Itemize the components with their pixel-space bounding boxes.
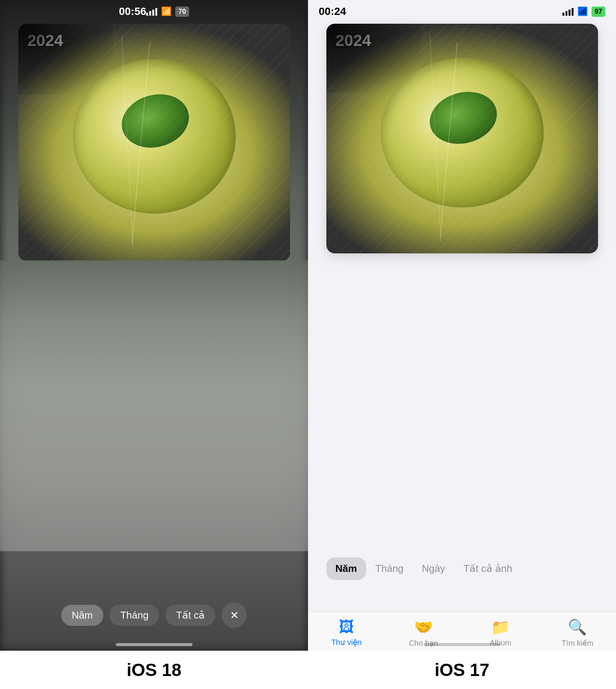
seg-ngay[interactable]: Ngày — [413, 557, 455, 580]
segment-control[interactable]: Năm Tháng Ngày Tất cả ảnh — [326, 557, 598, 580]
time-right: 00:24 — [319, 5, 346, 18]
dark-corner — [18, 24, 114, 95]
home-indicator-right — [424, 643, 500, 646]
food-image-left — [18, 24, 290, 261]
signal-icon-right — [562, 7, 574, 16]
photo-card-right[interactable]: 2024 — [326, 24, 598, 253]
tab-thu-vien[interactable]: 🖼 Thư viện — [312, 618, 381, 647]
food-image-right — [326, 24, 598, 253]
ios18-content: 00:56 📶 70 2024 — [0, 0, 308, 261]
thu-vien-icon: 🖼 — [339, 618, 354, 635]
ios18-tab-bar[interactable]: Năm Tháng Tất cả ✕ — [0, 602, 308, 628]
close-button-left[interactable]: ✕ — [222, 602, 247, 628]
status-bar-right: 00:24 📶 97 — [308, 0, 616, 20]
ios17-label-container: iOS 17 — [308, 651, 616, 689]
photo-card-left[interactable]: 2024 — [18, 24, 290, 261]
ios17-phone: 00:24 📶 97 2024 — [308, 0, 616, 651]
thu-vien-label: Thư viện — [331, 638, 362, 647]
wifi-icon-right: 📶 — [577, 7, 588, 16]
status-icons-left: 📶 70 — [146, 7, 189, 17]
blur-overlay — [0, 260, 308, 551]
album-icon: 📁 — [491, 618, 510, 636]
status-bar-left: 00:56 📶 70 — [108, 0, 200, 20]
labels-row: iOS 18 iOS 17 — [0, 651, 616, 689]
battery-right: 97 — [592, 7, 605, 17]
dark-corner-right — [326, 24, 422, 93]
tim-kiem-label: Tìm kiếm — [562, 638, 593, 648]
time-left: 00:56 — [119, 5, 147, 18]
ios17-label: iOS 17 — [435, 660, 489, 680]
seg-nam[interactable]: Năm — [326, 557, 366, 580]
seg-thang[interactable]: Tháng — [366, 557, 413, 580]
cho-ban-icon: 🤝 — [414, 618, 433, 636]
status-icons-right: 📶 97 — [562, 7, 605, 17]
search-icon: 🔍 — [568, 618, 587, 636]
segment-control-row[interactable]: Năm Tháng Ngày Tất cả ảnh — [308, 557, 616, 580]
ios18-label: iOS 18 — [127, 660, 181, 680]
tab-tim-kiem[interactable]: 🔍 Tìm kiếm — [543, 618, 612, 648]
ios18-label-container: iOS 18 — [0, 651, 308, 689]
signal-icon-left — [146, 7, 157, 16]
ios18-phone: 00:56 📶 70 2024 — [0, 0, 308, 651]
tab-thang-left[interactable]: Tháng — [109, 605, 159, 626]
phones-comparison: 00:56 📶 70 2024 — [0, 0, 616, 651]
seg-tatcaanh[interactable]: Tất cả ảnh — [454, 557, 521, 580]
battery-left: 70 — [175, 7, 189, 17]
home-indicator-left — [116, 643, 192, 646]
tab-nam-left[interactable]: Năm — [61, 605, 104, 626]
tab-tatca-left[interactable]: Tất cả — [165, 605, 215, 626]
wifi-icon-left: 📶 — [161, 7, 171, 16]
